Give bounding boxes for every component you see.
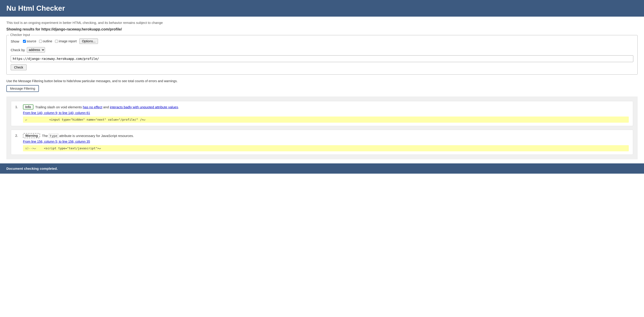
- warning-badge-2: Warning: [23, 133, 40, 138]
- result-title-row-1: Info Trailing slash on void elements has…: [23, 104, 629, 109]
- outline-checkbox-label[interactable]: outline: [39, 39, 52, 43]
- result-location-1: From line 140, column 9; to line 140, co…: [23, 111, 629, 115]
- check-by-label: Check by: [11, 48, 25, 52]
- result-number-1: 1.: [15, 104, 20, 123]
- image-report-checkbox[interactable]: [55, 40, 58, 43]
- footer-message: Document checking completed.: [6, 167, 58, 170]
- checker-input-legend: Checker Input: [9, 33, 31, 37]
- result-body-1: Info Trailing slash on void elements has…: [23, 104, 629, 123]
- interacts-badly-link[interactable]: interacts badly with unquoted attribute …: [110, 105, 178, 109]
- results-section: 1. Info Trailing slash on void elements …: [6, 97, 638, 159]
- page-footer: Document checking completed.: [0, 163, 644, 174]
- source-checkbox-text: source: [27, 39, 36, 43]
- outline-checkbox-text: outline: [43, 39, 52, 43]
- result-item-1: 1. Info Trailing slash on void elements …: [11, 101, 633, 126]
- filter-hint: Use the Message Filtering button below t…: [6, 79, 638, 83]
- result-item-2: 2. Warning The type attribute is unneces…: [11, 130, 633, 155]
- check-by-select[interactable]: address: [27, 47, 45, 53]
- subtitle-text: This tool is an ongoing experiment in be…: [6, 21, 638, 25]
- source-checkbox[interactable]: [23, 40, 26, 43]
- main-content: This tool is an ongoing experiment in be…: [0, 17, 644, 163]
- showing-results: Showing results for https://django-racew…: [6, 27, 638, 32]
- result-title-row-2: Warning The type attribute is unnecessar…: [23, 133, 629, 138]
- image-report-checkbox-label[interactable]: image report: [55, 39, 77, 43]
- source-checkbox-label[interactable]: source: [23, 39, 36, 43]
- code-block-2: s)-->↵ <script type="text/javascript">↵: [23, 145, 629, 151]
- result-message-1: Trailing slash on void elements has no e…: [35, 105, 179, 109]
- check-by-row: Check by address: [11, 47, 633, 53]
- result-body-2: Warning The type attribute is unnecessar…: [23, 133, 629, 151]
- outline-checkbox[interactable]: [39, 40, 42, 43]
- checker-input-section: Checker Input Show source outline image …: [6, 35, 638, 75]
- location-link-2[interactable]: From line 156, column 5; to line 156, co…: [23, 140, 90, 143]
- message-filtering-button[interactable]: Message Filtering: [6, 85, 39, 92]
- options-button[interactable]: Options...: [79, 39, 98, 44]
- has-no-effect-link[interactable]: has no effect: [83, 105, 102, 109]
- page-title: Nu Html Checker: [6, 4, 638, 13]
- show-row: Show source outline image report Options…: [11, 39, 633, 44]
- type-inline-code: type: [49, 134, 58, 138]
- info-badge-1: Info: [23, 104, 34, 109]
- show-label: Show: [11, 39, 19, 43]
- url-input[interactable]: [11, 55, 633, 62]
- check-button[interactable]: Check: [11, 64, 26, 70]
- result-number-2: 2.: [15, 133, 20, 151]
- code-block-1: ↵ <input type="hidden" name="next" value…: [23, 117, 629, 123]
- image-report-checkbox-text: image report: [59, 39, 77, 43]
- result-location-2: From line 156, column 5; to line 156, co…: [23, 140, 629, 143]
- page-header: Nu Html Checker: [0, 0, 644, 17]
- result-message-2: The type attribute is unnecessary for Ja…: [42, 134, 134, 138]
- location-link-1[interactable]: From line 140, column 9; to line 140, co…: [23, 111, 90, 115]
